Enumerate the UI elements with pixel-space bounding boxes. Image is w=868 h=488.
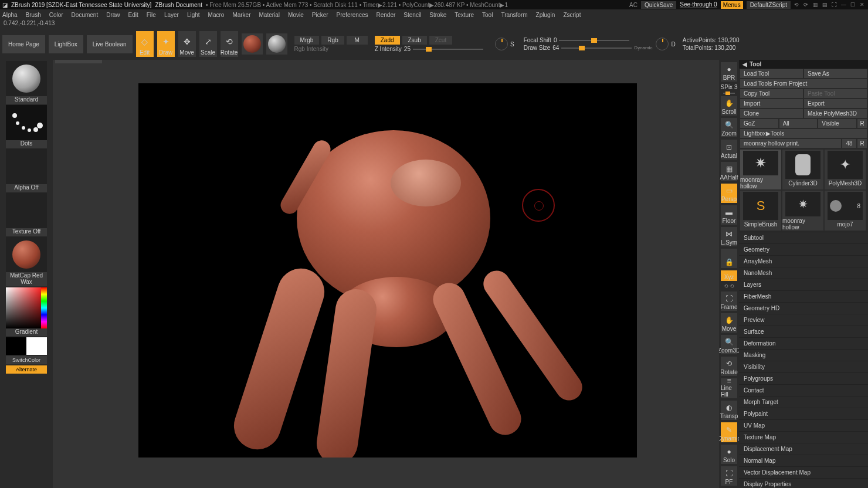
- close-icon[interactable]: ✕: [860, 2, 866, 8]
- color-picker[interactable]: Gradient: [6, 287, 47, 336]
- d-dial[interactable]: [656, 38, 669, 50]
- accordion-subtool[interactable]: Subtool: [739, 232, 868, 243]
- accordion-uv-map[interactable]: UV Map: [739, 419, 868, 431]
- menu-picker[interactable]: Picker: [312, 12, 328, 18]
- default-zscript-button[interactable]: DefaultZScript: [747, 1, 791, 9]
- menus-button[interactable]: Menus: [721, 1, 743, 9]
- persp-button[interactable]: ▭Persp: [721, 184, 737, 203]
- scroll-button[interactable]: ✋Scroll: [721, 96, 737, 116]
- pf-button[interactable]: ⛶PF: [721, 466, 737, 486]
- lsym-button[interactable]: ⋈L.Sym: [721, 227, 737, 246]
- accordion-arraymesh[interactable]: ArrayMesh: [739, 255, 868, 267]
- accordion-preview[interactable]: Preview: [739, 314, 868, 326]
- draw-size-slider[interactable]: [561, 48, 632, 49]
- goz-all-button[interactable]: All: [779, 119, 818, 128]
- material-preview[interactable]: [242, 33, 263, 55]
- scale-mode-button[interactable]: ⤢Scale: [199, 31, 217, 57]
- accordion-vector-displacement-map[interactable]: Vector Displacement Map: [739, 466, 868, 478]
- m-button[interactable]: M: [347, 36, 368, 45]
- accordion-fibermesh[interactable]: FiberMesh: [739, 290, 868, 302]
- accordion-display-properties[interactable]: Display Properties: [739, 478, 868, 488]
- thumb-simplebrush[interactable]: SSimpleBrush: [740, 191, 781, 231]
- clone-button[interactable]: Clone: [740, 109, 803, 118]
- goz-r-button[interactable]: R: [857, 119, 867, 128]
- menu-light[interactable]: Light: [187, 12, 200, 18]
- copy-tool-button[interactable]: Copy Tool: [740, 89, 803, 98]
- menu-texture[interactable]: Texture: [455, 12, 474, 18]
- menu-macro[interactable]: Macro: [208, 12, 225, 18]
- color-picker-square[interactable]: [6, 287, 47, 328]
- aahalf-button[interactable]: ▦AAHalf: [721, 162, 737, 181]
- xyz-button[interactable]: Xyz: [721, 270, 737, 281]
- edit-mode-button[interactable]: ◇Edit: [136, 31, 154, 57]
- goz-visible-button[interactable]: Visible: [818, 119, 856, 128]
- accordion-morph-target[interactable]: Morph Target: [739, 396, 868, 408]
- draw-mode-button[interactable]: ✦Draw: [157, 31, 175, 57]
- solo-button[interactable]: ●Solo: [721, 445, 737, 464]
- accordion-layers[interactable]: Layers: [739, 279, 868, 290]
- material-selector[interactable]: MatCap Red Wax: [6, 237, 47, 286]
- rotate3d-button[interactable]: ⟲Rotate: [721, 357, 737, 376]
- thumb-mojo[interactable]: 8mojo7: [825, 191, 866, 231]
- linefill-button[interactable]: ≡Line Fill: [721, 378, 737, 398]
- quicksave-button[interactable]: QuickSave: [641, 1, 676, 9]
- swatch-black[interactable]: [6, 337, 26, 355]
- zsub-button[interactable]: Zsub: [402, 36, 427, 45]
- menu-zplugin[interactable]: Zplugin: [536, 12, 555, 18]
- maximize-icon[interactable]: ☐: [850, 2, 856, 8]
- goz-button[interactable]: GoZ: [740, 119, 778, 128]
- swatch-white[interactable]: [26, 337, 47, 355]
- texture-selector[interactable]: Texture Off: [6, 193, 47, 236]
- zadd-button[interactable]: Zadd: [375, 36, 400, 45]
- lightbox-tools-button[interactable]: Lightbox▶Tools: [740, 129, 867, 138]
- lock-button[interactable]: 🔒: [721, 249, 737, 268]
- lightbox-button[interactable]: LightBox: [49, 35, 83, 53]
- grayscale-preview[interactable]: [266, 33, 287, 55]
- fullscreen-icon[interactable]: ⛶: [832, 2, 838, 8]
- menu-document[interactable]: Document: [72, 12, 99, 18]
- menu-brush[interactable]: Brush: [26, 12, 41, 18]
- accordion-nanomesh[interactable]: NanoMesh: [739, 267, 868, 279]
- accordion-deformation[interactable]: Deformation: [739, 337, 868, 349]
- focal-shift-slider[interactable]: [559, 40, 629, 41]
- export-button[interactable]: Export: [804, 99, 867, 108]
- current-tool-name[interactable]: moonray hollow print.: [740, 139, 841, 148]
- dynamic-label[interactable]: Dynamic: [634, 45, 652, 50]
- menu-marker[interactable]: Marker: [232, 12, 250, 18]
- seethrough-slider[interactable]: See-through 0: [680, 1, 717, 8]
- rotate-mode-button[interactable]: ⟲Rotate: [221, 31, 238, 57]
- actual-button[interactable]: ⊡Actual: [721, 140, 737, 159]
- paste-tool-button[interactable]: Paste Tool: [804, 89, 867, 98]
- move3d-button[interactable]: ✋Move: [721, 313, 737, 333]
- columns2-icon[interactable]: ▤: [822, 2, 828, 8]
- bpr-button[interactable]: ●BPR: [721, 62, 737, 82]
- thumb-moonray[interactable]: ✷moonray hollow: [740, 150, 781, 189]
- arrow-right-icon[interactable]: ⟳: [803, 2, 809, 8]
- stroke-selector[interactable]: Dots: [6, 105, 47, 148]
- menu-draw[interactable]: Draw: [106, 12, 120, 18]
- accordion-normal-map[interactable]: Normal Map: [739, 455, 868, 466]
- home-page-button[interactable]: Home Page: [2, 35, 45, 53]
- accordion-texture-map[interactable]: Texture Map: [739, 431, 868, 443]
- accordion-polypaint[interactable]: Polypaint: [739, 408, 868, 419]
- move-mode-button[interactable]: ✥Move: [178, 31, 196, 57]
- transp-button[interactable]: ◐Transp: [721, 401, 737, 420]
- live-boolean-button[interactable]: Live Boolean: [87, 35, 133, 53]
- accordion-surface[interactable]: Surface: [739, 326, 868, 337]
- import-button[interactable]: Import: [740, 99, 803, 108]
- menu-alpha[interactable]: Alpha: [2, 12, 18, 18]
- accordion-polygroups[interactable]: Polygroups: [739, 372, 868, 384]
- menu-tool[interactable]: Tool: [482, 12, 493, 18]
- accordion-geometry[interactable]: Geometry: [739, 243, 868, 255]
- current-tool-r[interactable]: R: [857, 139, 867, 148]
- zoom3d-button[interactable]: 🔍Zoom3D: [721, 335, 737, 354]
- accordion-geometry-hd[interactable]: Geometry HD: [739, 302, 868, 314]
- rgb-button[interactable]: Rgb: [321, 36, 344, 45]
- thumb-cylinder[interactable]: Cylinder3D: [782, 150, 823, 189]
- brush-selector[interactable]: Standard: [6, 61, 47, 104]
- s-dial[interactable]: [495, 38, 508, 50]
- z-intensity-slider[interactable]: [413, 49, 483, 50]
- columns-icon[interactable]: ▥: [813, 2, 819, 8]
- make-polymesh-button[interactable]: Make PolyMesh3D: [804, 109, 867, 118]
- zcut-button[interactable]: Zcut: [429, 36, 452, 45]
